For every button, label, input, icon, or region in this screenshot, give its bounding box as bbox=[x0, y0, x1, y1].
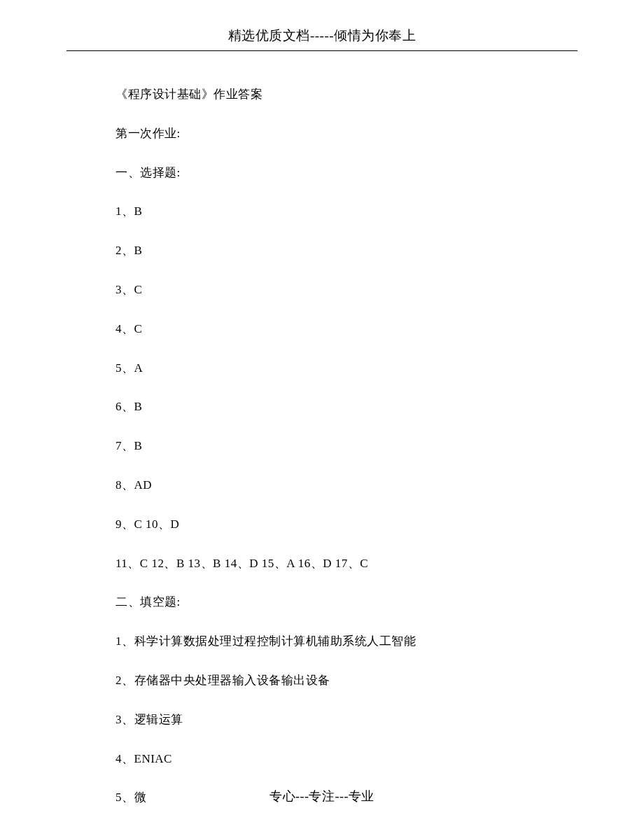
content-line: 4、C bbox=[115, 321, 528, 338]
content-line: 7、B bbox=[115, 438, 528, 454]
content-line: 2、B bbox=[115, 242, 528, 259]
content-line: 2、存储器中央处理器输入设备输出设备 bbox=[115, 672, 528, 689]
page-header: 精选优质文档-----倾情为你奉上 bbox=[66, 27, 578, 51]
content-line: 11、C 12、B 13、B 14、D 15、A 16、D 17、C bbox=[115, 555, 528, 572]
content-line: 5、A bbox=[115, 360, 528, 377]
content-line: 二、填空题: bbox=[115, 594, 528, 611]
content-line: 第一次作业: bbox=[115, 125, 528, 142]
content-line: 6、B bbox=[115, 398, 528, 415]
content-line: 3、逻辑运算 bbox=[115, 711, 528, 728]
document-page: 精选优质文档-----倾情为你奉上 《程序设计基础》作业答案 第一次作业: 一、… bbox=[0, 0, 644, 834]
content-line: 1、科学计算数据处理过程控制计算机辅助系统人工智能 bbox=[115, 633, 528, 650]
content-line: 8、AD bbox=[115, 477, 528, 494]
content-line: 1、B bbox=[115, 203, 528, 220]
content-line: 3、C bbox=[115, 282, 528, 298]
content-line: 4、ENIAC bbox=[115, 751, 528, 767]
content-line: 《程序设计基础》作业答案 bbox=[115, 86, 528, 103]
page-footer: 专心---专注---专业 bbox=[0, 788, 644, 805]
document-content: 《程序设计基础》作业答案 第一次作业: 一、选择题: 1、B 2、B 3、C 4… bbox=[66, 51, 578, 806]
content-line: 一、选择题: bbox=[115, 165, 528, 181]
content-line: 9、C 10、D bbox=[115, 516, 528, 533]
